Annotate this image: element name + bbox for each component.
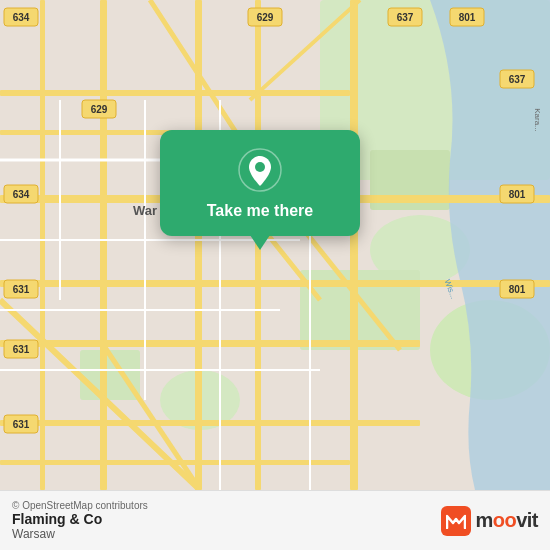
svg-rect-18 [350, 0, 358, 490]
svg-text:634: 634 [13, 189, 30, 200]
svg-text:634: 634 [13, 12, 30, 23]
moovit-logo: moovit [441, 506, 538, 536]
svg-rect-15 [100, 0, 107, 490]
svg-text:637: 637 [397, 12, 414, 23]
svg-text:631: 631 [13, 344, 30, 355]
svg-text:War: War [133, 203, 157, 218]
place-info: © OpenStreetMap contributors Flaming & C… [12, 500, 148, 541]
take-me-there-button[interactable]: Take me there [207, 202, 313, 220]
location-popup[interactable]: Take me there [160, 130, 360, 236]
svg-text:801: 801 [509, 284, 526, 295]
svg-text:801: 801 [509, 189, 526, 200]
svg-text:Kara...: Kara... [533, 108, 542, 132]
moovit-m-icon [441, 506, 471, 536]
map-attribution: © OpenStreetMap contributors [12, 500, 148, 511]
svg-text:629: 629 [91, 104, 108, 115]
place-city: Warsaw [12, 527, 148, 541]
svg-rect-9 [0, 280, 550, 287]
location-pin-icon [238, 148, 282, 192]
svg-rect-11 [0, 90, 350, 96]
svg-text:631: 631 [13, 284, 30, 295]
svg-text:631: 631 [13, 419, 30, 430]
svg-text:801: 801 [459, 12, 476, 23]
svg-point-62 [255, 162, 265, 172]
map-view: 637 637 801 801 801 629 629 634 634 631 … [0, 0, 550, 490]
place-name: Flaming & Co [12, 511, 148, 527]
svg-text:629: 629 [257, 12, 274, 23]
bottom-bar: © OpenStreetMap contributors Flaming & C… [0, 490, 550, 550]
svg-text:637: 637 [509, 74, 526, 85]
svg-rect-19 [40, 0, 45, 490]
moovit-text: moovit [475, 509, 538, 532]
